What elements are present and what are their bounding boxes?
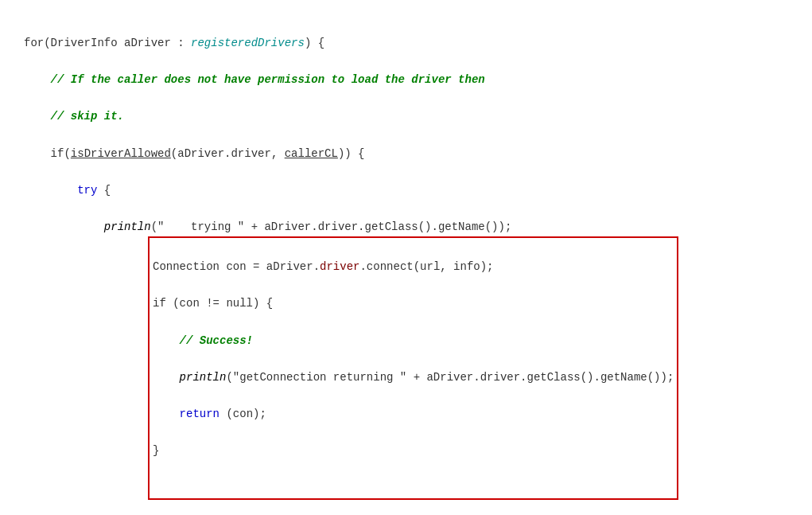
code-line-12: } — [153, 442, 674, 460]
code-line-1: for(DriverInfo aDriver : registeredDrive… — [24, 34, 788, 53]
code-line-6: println(" trying " + aDriver.driver.getC… — [24, 218, 788, 236]
code-line-7: Connection con = aDriver.driver.connect(… — [153, 258, 674, 276]
code-block-2: } catch (SQLException ex) { if (reason =… — [24, 500, 788, 515]
code-line-5: try { — [24, 181, 788, 200]
code-line-9: // Success! — [153, 332, 674, 350]
code-block: for(DriverInfo aDriver : registeredDrive… — [24, 16, 788, 236]
code-container: for(DriverInfo aDriver : registeredDrive… — [0, 0, 812, 515]
code-line-4: if(isDriverAllowed(aDriver.driver, calle… — [24, 145, 788, 163]
code-line-11: return (con); — [153, 405, 674, 423]
code-line-8: if (con != null) { — [153, 295, 674, 313]
highlighted-code-region: Connection con = aDriver.driver.connect(… — [148, 236, 678, 500]
code-line-10: println("getConnection returning " + aDr… — [153, 369, 674, 387]
code-line-3: // skip it. — [24, 107, 788, 126]
code-line-2: // If the caller does not have permissio… — [24, 71, 788, 89]
highlighted-lines: Connection con = aDriver.driver.connect(… — [153, 240, 674, 497]
